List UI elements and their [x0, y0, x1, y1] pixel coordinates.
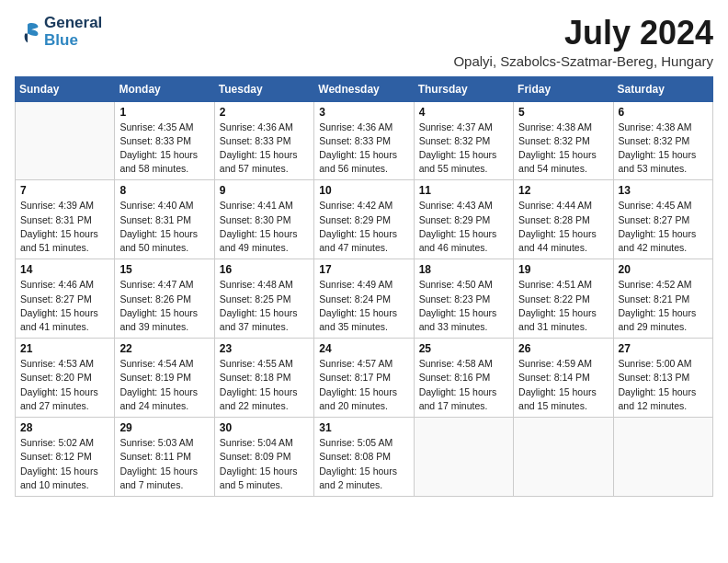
day-info: Sunrise: 4:51 AM Sunset: 8:22 PM Dayligh…	[518, 278, 608, 334]
calendar-cell: 31Sunrise: 5:05 AM Sunset: 8:08 PM Dayli…	[314, 418, 414, 497]
calendar-cell: 13Sunrise: 4:45 AM Sunset: 8:27 PM Dayli…	[613, 180, 712, 259]
calendar-header-row: SundayMondayTuesdayWednesdayThursdayFrid…	[16, 76, 713, 101]
day-number: 18	[419, 263, 508, 276]
day-number: 14	[20, 263, 109, 276]
page-header: General Blue July 2024 Opalyi, Szabolcs-…	[15, 15, 713, 69]
calendar-cell: 30Sunrise: 5:04 AM Sunset: 8:09 PM Dayli…	[214, 418, 313, 497]
day-info: Sunrise: 4:42 AM Sunset: 8:29 PM Dayligh…	[319, 199, 408, 255]
week-row-4: 21Sunrise: 4:53 AM Sunset: 8:20 PM Dayli…	[16, 339, 713, 418]
day-info: Sunrise: 4:54 AM Sunset: 8:19 PM Dayligh…	[119, 357, 209, 413]
day-number: 17	[319, 263, 408, 276]
day-info: Sunrise: 4:38 AM Sunset: 8:32 PM Dayligh…	[619, 121, 708, 177]
day-info: Sunrise: 4:46 AM Sunset: 8:27 PM Dayligh…	[20, 278, 109, 334]
day-number: 20	[619, 263, 708, 276]
day-info: Sunrise: 5:00 AM Sunset: 8:13 PM Dayligh…	[619, 357, 708, 413]
calendar-cell: 18Sunrise: 4:50 AM Sunset: 8:23 PM Dayli…	[414, 259, 513, 339]
calendar-cell: 9Sunrise: 4:41 AM Sunset: 8:30 PM Daylig…	[214, 180, 313, 259]
day-number: 23	[220, 342, 309, 355]
calendar-cell: 17Sunrise: 4:49 AM Sunset: 8:24 PM Dayli…	[314, 259, 414, 339]
day-number: 28	[20, 421, 109, 434]
day-number: 13	[619, 184, 708, 197]
calendar-cell	[414, 418, 513, 497]
column-header-sunday: Sunday	[16, 76, 115, 101]
calendar-cell: 1Sunrise: 4:35 AM Sunset: 8:33 PM Daylig…	[115, 101, 214, 180]
calendar-cell: 10Sunrise: 4:42 AM Sunset: 8:29 PM Dayli…	[314, 180, 414, 259]
week-row-5: 28Sunrise: 5:02 AM Sunset: 8:12 PM Dayli…	[16, 418, 713, 497]
day-info: Sunrise: 4:39 AM Sunset: 8:31 PM Dayligh…	[20, 199, 109, 255]
day-number: 10	[319, 184, 408, 197]
calendar-cell: 16Sunrise: 4:48 AM Sunset: 8:25 PM Dayli…	[214, 259, 313, 339]
calendar-cell: 29Sunrise: 5:03 AM Sunset: 8:11 PM Dayli…	[115, 418, 214, 497]
calendar-cell: 14Sunrise: 4:46 AM Sunset: 8:27 PM Dayli…	[16, 259, 115, 339]
day-number: 29	[119, 421, 209, 434]
day-info: Sunrise: 4:52 AM Sunset: 8:21 PM Dayligh…	[619, 278, 708, 334]
calendar-cell: 15Sunrise: 4:47 AM Sunset: 8:26 PM Dayli…	[115, 259, 214, 339]
day-info: Sunrise: 5:02 AM Sunset: 8:12 PM Dayligh…	[20, 436, 109, 492]
day-number: 25	[419, 342, 508, 355]
day-info: Sunrise: 4:36 AM Sunset: 8:33 PM Dayligh…	[220, 121, 309, 177]
location-subtitle: Opalyi, Szabolcs-Szatmar-Bereg, Hungary	[453, 53, 713, 69]
day-info: Sunrise: 4:38 AM Sunset: 8:32 PM Dayligh…	[518, 121, 608, 177]
calendar-cell: 28Sunrise: 5:02 AM Sunset: 8:12 PM Dayli…	[16, 418, 115, 497]
calendar-cell	[613, 418, 712, 497]
logo: General Blue	[15, 15, 102, 49]
calendar-cell: 11Sunrise: 4:43 AM Sunset: 8:29 PM Dayli…	[414, 180, 513, 259]
calendar-cell: 12Sunrise: 4:44 AM Sunset: 8:28 PM Dayli…	[514, 180, 613, 259]
day-number: 31	[319, 421, 408, 434]
day-info: Sunrise: 4:35 AM Sunset: 8:33 PM Dayligh…	[119, 121, 209, 177]
column-header-tuesday: Tuesday	[214, 76, 313, 101]
day-number: 24	[319, 342, 408, 355]
day-info: Sunrise: 4:36 AM Sunset: 8:33 PM Dayligh…	[319, 121, 408, 177]
calendar-cell: 7Sunrise: 4:39 AM Sunset: 8:31 PM Daylig…	[16, 180, 115, 259]
calendar-cell: 23Sunrise: 4:55 AM Sunset: 8:18 PM Dayli…	[214, 339, 313, 418]
day-number: 3	[319, 106, 408, 119]
day-info: Sunrise: 4:59 AM Sunset: 8:14 PM Dayligh…	[518, 357, 608, 413]
day-number: 21	[20, 342, 109, 355]
day-info: Sunrise: 4:58 AM Sunset: 8:16 PM Dayligh…	[419, 357, 508, 413]
day-info: Sunrise: 4:53 AM Sunset: 8:20 PM Dayligh…	[20, 357, 109, 413]
week-row-3: 14Sunrise: 4:46 AM Sunset: 8:27 PM Dayli…	[16, 259, 713, 339]
day-number: 19	[518, 263, 608, 276]
day-info: Sunrise: 4:40 AM Sunset: 8:31 PM Dayligh…	[119, 199, 209, 255]
week-row-1: 1Sunrise: 4:35 AM Sunset: 8:33 PM Daylig…	[16, 101, 713, 180]
calendar-cell: 3Sunrise: 4:36 AM Sunset: 8:33 PM Daylig…	[314, 101, 414, 180]
day-number: 15	[119, 263, 209, 276]
calendar-cell: 21Sunrise: 4:53 AM Sunset: 8:20 PM Dayli…	[16, 339, 115, 418]
column-header-saturday: Saturday	[613, 76, 712, 101]
calendar-cell: 19Sunrise: 4:51 AM Sunset: 8:22 PM Dayli…	[514, 259, 613, 339]
day-info: Sunrise: 5:05 AM Sunset: 8:08 PM Dayligh…	[319, 436, 408, 492]
day-info: Sunrise: 4:45 AM Sunset: 8:27 PM Dayligh…	[619, 199, 708, 255]
day-number: 11	[419, 184, 508, 197]
calendar-cell: 6Sunrise: 4:38 AM Sunset: 8:32 PM Daylig…	[613, 101, 712, 180]
calendar-cell: 5Sunrise: 4:38 AM Sunset: 8:32 PM Daylig…	[514, 101, 613, 180]
logo-text: General Blue	[44, 15, 102, 49]
logo-icon	[15, 19, 40, 45]
calendar-cell: 27Sunrise: 5:00 AM Sunset: 8:13 PM Dayli…	[613, 339, 712, 418]
day-info: Sunrise: 4:47 AM Sunset: 8:26 PM Dayligh…	[119, 278, 209, 334]
calendar-cell: 8Sunrise: 4:40 AM Sunset: 8:31 PM Daylig…	[115, 180, 214, 259]
calendar-cell: 25Sunrise: 4:58 AM Sunset: 8:16 PM Dayli…	[414, 339, 513, 418]
column-header-thursday: Thursday	[414, 76, 513, 101]
day-number: 30	[220, 421, 309, 434]
calendar-cell: 20Sunrise: 4:52 AM Sunset: 8:21 PM Dayli…	[613, 259, 712, 339]
day-number: 8	[119, 184, 209, 197]
day-number: 7	[20, 184, 109, 197]
day-number: 22	[119, 342, 209, 355]
day-number: 6	[619, 106, 708, 119]
day-info: Sunrise: 4:48 AM Sunset: 8:25 PM Dayligh…	[220, 278, 309, 334]
day-number: 2	[220, 106, 309, 119]
day-number: 5	[518, 106, 608, 119]
calendar-cell: 2Sunrise: 4:36 AM Sunset: 8:33 PM Daylig…	[214, 101, 313, 180]
day-number: 16	[220, 263, 309, 276]
day-info: Sunrise: 4:50 AM Sunset: 8:23 PM Dayligh…	[419, 278, 508, 334]
title-block: July 2024 Opalyi, Szabolcs-Szatmar-Bereg…	[453, 15, 713, 69]
week-row-2: 7Sunrise: 4:39 AM Sunset: 8:31 PM Daylig…	[16, 180, 713, 259]
day-number: 4	[419, 106, 508, 119]
day-info: Sunrise: 4:43 AM Sunset: 8:29 PM Dayligh…	[419, 199, 508, 255]
day-info: Sunrise: 4:44 AM Sunset: 8:28 PM Dayligh…	[518, 199, 608, 255]
day-info: Sunrise: 4:55 AM Sunset: 8:18 PM Dayligh…	[220, 357, 309, 413]
day-number: 26	[518, 342, 608, 355]
day-info: Sunrise: 4:57 AM Sunset: 8:17 PM Dayligh…	[319, 357, 408, 413]
calendar-cell	[514, 418, 613, 497]
day-info: Sunrise: 5:04 AM Sunset: 8:09 PM Dayligh…	[220, 436, 309, 492]
